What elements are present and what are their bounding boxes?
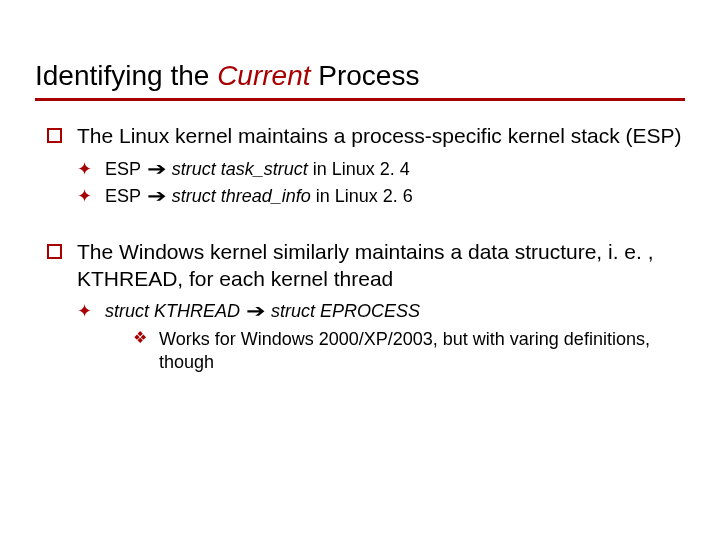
title-part1: Identifying the	[35, 60, 217, 91]
square-bullet-icon	[47, 128, 62, 143]
title-part2: Current	[217, 60, 310, 91]
slide-title: Identifying the Current Process	[35, 60, 685, 101]
arrow-icon: ➔	[246, 300, 266, 323]
list-item: ❖ Works for Windows 2000/XP/2003, but wi…	[133, 328, 685, 375]
item-pre: ESP	[105, 159, 146, 179]
item-text: The Linux kernel maintains a process-spe…	[77, 124, 682, 147]
star-bullet-icon: ✦	[77, 158, 92, 181]
list-item: ✦ ESP ➔ struct task_struct in Linux 2. 4	[77, 158, 685, 181]
item-post: in Linux 2. 4	[313, 159, 410, 179]
item-ital2: struct EPROCESS	[266, 301, 420, 321]
square-bullet-icon	[47, 244, 62, 259]
item-ital1: struct KTHREAD	[105, 301, 245, 321]
item-text: Works for Windows 2000/XP/2003, but with…	[159, 329, 650, 372]
list-item: The Linux kernel maintains a process-spe…	[47, 123, 685, 150]
title-part3: Process	[311, 60, 420, 91]
star-bullet-icon: ✦	[77, 300, 92, 323]
item-ital: struct thread_info	[167, 186, 316, 206]
list-item: ✦ ESP ➔ struct thread_info in Linux 2. 6	[77, 185, 685, 208]
star-bullet-icon: ✦	[77, 185, 92, 208]
item-text: The Windows kernel similarly maintains a…	[77, 240, 654, 290]
list-item: ✦ struct KTHREAD ➔ struct EPROCESS	[77, 300, 685, 323]
diamond-bullet-icon: ❖	[133, 328, 147, 349]
item-ital: struct task_struct	[167, 159, 313, 179]
arrow-icon: ➔	[146, 158, 166, 181]
list-item: The Windows kernel similarly maintains a…	[47, 239, 685, 293]
arrow-icon: ➔	[146, 185, 166, 208]
item-pre: ESP	[105, 186, 146, 206]
item-post: in Linux 2. 6	[316, 186, 413, 206]
